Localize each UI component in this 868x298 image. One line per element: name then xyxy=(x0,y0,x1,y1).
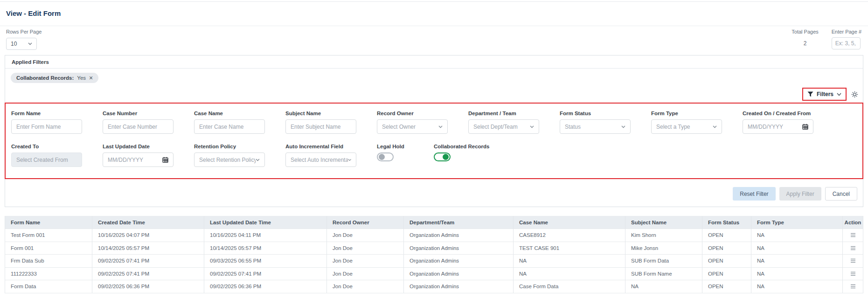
chip-value: Yes xyxy=(77,75,86,81)
chevron-down-icon xyxy=(713,125,717,128)
page-title: View - Edit Form xyxy=(6,9,61,17)
menu-icon xyxy=(850,284,856,289)
filter-field-retention-policy: Retention PolicySelect Retention Policy xyxy=(194,144,265,167)
funnel-icon xyxy=(807,91,813,97)
subject-name-input[interactable]: Enter Subject Name xyxy=(285,119,356,134)
collaborated-records-toggle[interactable] xyxy=(434,152,451,161)
table-cell: NA xyxy=(751,242,843,255)
select-placeholder: Select Retention Policy xyxy=(199,157,256,163)
table-settings-button[interactable] xyxy=(851,91,858,98)
form-name-input[interactable]: Enter Form Name xyxy=(11,119,82,134)
table-cell: Test Form 001 xyxy=(5,229,92,242)
table-cell: Form Data xyxy=(5,280,92,293)
table-cell: Kim Shorn xyxy=(625,229,702,242)
row-actions-button[interactable] xyxy=(850,271,856,276)
row-action-cell xyxy=(843,268,863,281)
title-divider xyxy=(0,26,868,26)
chevron-down-icon xyxy=(530,125,534,128)
row-action-cell xyxy=(843,242,863,255)
select-placeholder: Select Dept/Team xyxy=(473,124,518,130)
chevron-down-icon xyxy=(837,93,841,96)
table-cell: Jon Doe xyxy=(327,268,404,281)
field-label: Record Owner xyxy=(377,111,448,116)
field-label: Subject Name xyxy=(285,111,356,116)
rows-per-page-select[interactable]: 10 xyxy=(6,38,37,50)
table-cell: NA xyxy=(751,229,843,242)
department-team-select[interactable]: Select Dept/Team xyxy=(468,119,539,134)
filter-field-created-to: Created ToSelect Created From xyxy=(11,144,82,167)
select-placeholder: Status xyxy=(565,124,581,130)
column-header: Last Updated Date Time xyxy=(204,216,327,229)
table-cell: NA xyxy=(514,268,625,281)
case-number-input[interactable]: Enter Case Number xyxy=(103,119,174,134)
table-cell: OPEN xyxy=(702,280,751,293)
close-icon[interactable]: × xyxy=(89,76,93,80)
filter-field-collaborated-records: Collaborated Records xyxy=(434,144,505,167)
table-row: Form 00110/14/2025 05:57 PM10/14/2025 05… xyxy=(5,242,863,255)
column-header: Created Date Time xyxy=(92,216,204,229)
table-cell: Case Form Data xyxy=(514,280,625,293)
table-cell: 111222333 xyxy=(5,268,92,281)
created-to-input[interactable]: Select Created From xyxy=(11,152,82,167)
filter-field-form-name: Form NameEnter Form Name xyxy=(11,111,82,134)
table-cell: TEST CASE 901 xyxy=(514,242,625,255)
row-actions-button[interactable] xyxy=(850,233,856,237)
top-divider xyxy=(0,1,868,2)
last-updated-date-date-input[interactable]: MM/DD/YYYY xyxy=(103,152,174,167)
total-pages-group: Total Pages 2 xyxy=(792,29,818,49)
filter-field-record-owner: Record OwnerSelect Owner xyxy=(377,111,448,134)
table-row: Test Form 00110/16/2025 04:07 PM10/16/20… xyxy=(5,229,863,242)
row-actions-button[interactable] xyxy=(850,246,856,250)
filter-field-created-on-from: Created On / Created FromMM/DD/YYYY xyxy=(743,111,813,134)
menu-icon xyxy=(850,258,856,263)
table-cell: Jon Doe xyxy=(327,280,404,293)
table-cell: Frm Data Sub xyxy=(5,255,92,268)
table-cell: 09/02/2025 07:41 PM xyxy=(204,268,327,281)
column-header: Action xyxy=(843,216,863,229)
filter-field-form-status: Form StatusStatus xyxy=(560,111,631,134)
table-cell: Mike Jonsn xyxy=(625,242,702,255)
case-name-input[interactable]: Enter Case Name xyxy=(194,119,265,134)
table-cell: Jon Doe xyxy=(327,255,404,268)
field-label: Last Updated Date xyxy=(103,144,174,149)
field-label: Case Name xyxy=(194,111,265,116)
row-actions-button[interactable] xyxy=(850,258,856,263)
enter-page-input[interactable] xyxy=(832,37,861,49)
date-placeholder: MM/DD/YYYY xyxy=(108,157,143,163)
toggle-knob xyxy=(443,154,449,160)
select-placeholder: Select Owner xyxy=(382,124,416,130)
field-label: Form Name xyxy=(11,111,82,116)
form-type-select[interactable]: Select a Type xyxy=(651,119,722,134)
field-label: Collaborated Records xyxy=(434,144,505,149)
table-row: Form Data09/02/2025 06:36 PM09/02/2025 0… xyxy=(5,280,863,293)
input-placeholder: Select Created From xyxy=(16,157,68,163)
record-owner-select[interactable]: Select Owner xyxy=(377,119,448,134)
reset-filter-button[interactable]: Reset Filter xyxy=(733,187,775,201)
form-status-select[interactable]: Status xyxy=(560,119,631,134)
filters-toggle-button[interactable]: Filters xyxy=(803,89,846,100)
total-pages-value: 2 xyxy=(792,40,818,47)
chevron-down-icon xyxy=(256,159,260,161)
row-action-cell xyxy=(843,229,863,242)
table-cell: Jon Doe xyxy=(327,242,404,255)
filters-panel: Applied Filters Collaborated Records:Yes… xyxy=(5,55,863,207)
chevron-down-icon xyxy=(438,125,443,128)
table-cell: NA xyxy=(625,280,702,293)
apply-filter-button[interactable]: Apply Filter xyxy=(779,187,821,201)
retention-policy-select[interactable]: Select Retention Policy xyxy=(194,152,265,167)
cancel-button[interactable]: Cancel xyxy=(825,187,857,201)
chevron-down-icon xyxy=(348,159,351,161)
auto-incremental-field-select[interactable]: Select Auto Incremental Fi... xyxy=(285,152,356,167)
table-cell: 09/02/2025 07:41 PM xyxy=(92,255,204,268)
column-header: Form Status xyxy=(702,216,751,229)
row-actions-button[interactable] xyxy=(850,284,856,289)
row-action-cell xyxy=(843,280,863,293)
filter-field-last-updated-date: Last Updated DateMM/DD/YYYY xyxy=(103,144,174,167)
column-header: Department/Team xyxy=(404,216,514,229)
table-cell: OPEN xyxy=(702,255,751,268)
legal-hold-toggle[interactable] xyxy=(377,152,394,161)
table-header-row: Form NameCreated Date TimeLast Updated D… xyxy=(5,216,863,229)
created-on-from-date-input[interactable]: MM/DD/YYYY xyxy=(743,119,813,134)
field-label: Form Type xyxy=(651,111,722,116)
field-label: Form Status xyxy=(560,111,631,116)
